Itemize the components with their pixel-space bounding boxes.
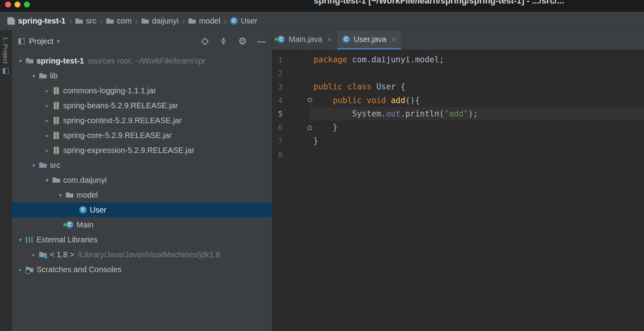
- breadcrumb-item-spring-test-1[interactable]: spring-test-1: [5, 16, 67, 25]
- tree-chevron-closed-icon[interactable]: ▸: [28, 252, 39, 258]
- project-panel-title[interactable]: Project: [29, 37, 53, 46]
- tree-chevron-closed-icon[interactable]: ▸: [42, 133, 53, 138]
- tree-item-label: spring-test-1: [36, 56, 84, 65]
- line-number[interactable]: 3: [272, 80, 310, 94]
- tree-item-1-8[interactable]: ▸< 1.8 >/Library/Java/JavaVirtualMachine…: [12, 247, 272, 262]
- code-token: public void: [333, 96, 391, 105]
- tree-chevron-open-icon[interactable]: ▾: [55, 192, 66, 198]
- hide-panel-icon[interactable]: —: [257, 36, 266, 46]
- tree-item-spring-context-5-2-9-release-jar[interactable]: ▸spring-context-5.2.9.RELEASE.jar: [12, 113, 272, 128]
- project-tool-window-button[interactable]: 1: Project: [2, 37, 9, 64]
- code-token: }: [313, 123, 338, 132]
- breadcrumb-item-src[interactable]: src: [73, 16, 98, 25]
- line-number[interactable]: 4: [272, 94, 310, 107]
- code-token: add: [391, 96, 405, 105]
- tree-item-commons-logging-1-1-1-jar[interactable]: ▸commons-logging-1.1.1.jar: [12, 83, 272, 98]
- tree-item-spring-core-5-2-9-release-jar[interactable]: ▸spring-core-5.2.9.RELEASE.jar: [12, 128, 272, 143]
- code-line[interactable]: [310, 67, 644, 80]
- code-token: );: [468, 109, 478, 118]
- project-tree: ▾spring-test-1sources root, ~/WorkFile/l…: [12, 52, 272, 331]
- tree-chevron-open-icon[interactable]: ▾: [42, 177, 53, 183]
- macos-window-controls: [5, 2, 30, 7]
- line-number[interactable]: 7: [272, 134, 310, 148]
- class-letter: C: [230, 17, 238, 25]
- tab-label: User.java: [354, 35, 386, 44]
- tree-item-spring-expression-5-2-9-release-jar[interactable]: ▸spring-expression-5.2.9.RELEASE.jar: [12, 143, 272, 158]
- tool-window-icon: [3, 68, 9, 74]
- project-panel-header: Project ▾ ⚙ —: [12, 31, 272, 52]
- tree-item-scratches-and-consoles[interactable]: ▸Scratches and Consoles: [12, 262, 272, 277]
- folder-project-icon: [26, 57, 33, 65]
- tree-item-spring-test-1[interactable]: ▾spring-test-1sources root, ~/WorkFile/l…: [12, 53, 272, 68]
- class-icon: C: [230, 17, 238, 25]
- code-line[interactable]: [310, 148, 644, 162]
- breadcrumb-separator-icon: ›: [181, 16, 186, 26]
- tree-item-external-libraries[interactable]: ▾External Libraries: [12, 232, 272, 247]
- breadcrumb-label: User: [241, 16, 257, 25]
- breadcrumb-item-user[interactable]: CUser: [228, 16, 259, 25]
- chevron-down-icon[interactable]: ▾: [57, 38, 60, 44]
- tree-chevron-closed-icon[interactable]: ▸: [15, 267, 26, 273]
- close-icon[interactable]: ×: [391, 35, 396, 44]
- folder-icon: [188, 17, 196, 25]
- line-number-text: 8: [278, 150, 282, 159]
- tree-chevron-closed-icon[interactable]: ▸: [42, 103, 53, 109]
- project-view-icon: [18, 38, 25, 44]
- tree-chevron-open-icon[interactable]: ▾: [28, 162, 39, 168]
- tree-chevron-closed-icon[interactable]: ▸: [42, 88, 53, 94]
- ide-window: spring-test-1 [~/WorkFile/learn/spring/s…: [0, 0, 644, 331]
- tree-item-com-daijunyi[interactable]: ▾com.daijunyi: [12, 173, 272, 187]
- code-line[interactable]: System.out.println("add");: [310, 107, 644, 121]
- breadcrumb-item-com[interactable]: com: [104, 16, 134, 25]
- libraries-icon: [26, 236, 33, 244]
- gear-icon[interactable]: ⚙: [238, 36, 247, 46]
- tree-item-model[interactable]: ▾model: [12, 187, 272, 202]
- code-line[interactable]: }: [310, 121, 644, 135]
- breadcrumb-label: model: [199, 16, 220, 25]
- tab-main-java[interactable]: CMain.java×: [272, 31, 337, 49]
- locate-icon[interactable]: [201, 37, 209, 45]
- fold-marker-down-icon[interactable]: [307, 98, 313, 103]
- breadcrumb: spring-test-1›src›com›daijunyi›model›CUs…: [0, 12, 644, 31]
- line-number[interactable]: 5: [272, 107, 310, 121]
- code-line[interactable]: package com.daijunyi.model;: [310, 53, 644, 67]
- code-token: [313, 96, 333, 105]
- tree-chevron-open-icon[interactable]: ▾: [28, 73, 39, 79]
- code-token: }: [313, 136, 318, 145]
- line-number[interactable]: 8: [272, 148, 310, 162]
- code-line[interactable]: public class User {: [310, 80, 644, 94]
- line-number[interactable]: 6: [272, 121, 310, 135]
- tree-chevron-closed-icon[interactable]: ▸: [42, 118, 53, 124]
- minimize-window-button[interactable]: [15, 2, 20, 7]
- line-number[interactable]: 2: [272, 67, 310, 80]
- fold-marker-up-icon[interactable]: [307, 125, 313, 130]
- title-bar: spring-test-1 [~/WorkFile/learn/spring/s…: [0, 0, 644, 12]
- tree-item-label: model: [76, 191, 98, 200]
- tree-item-spring-beans-5-2-9-release-jar[interactable]: ▸spring-beans-5.2.9.RELEASE.jar: [12, 98, 272, 113]
- tree-item-user[interactable]: CUser: [12, 202, 272, 217]
- class-letter: C: [79, 206, 87, 214]
- tree-item-main[interactable]: CMain: [12, 217, 272, 232]
- code-line[interactable]: public void add(){: [310, 94, 644, 107]
- class-letter: C: [66, 221, 73, 229]
- tree-item-src[interactable]: ▾src: [12, 158, 272, 173]
- close-icon[interactable]: ×: [327, 35, 332, 44]
- code-line[interactable]: }: [310, 134, 644, 148]
- tab-user-java[interactable]: CUser.java×: [337, 31, 401, 49]
- line-number[interactable]: 1: [272, 53, 310, 67]
- tree-item-lib[interactable]: ▾lib: [12, 68, 272, 83]
- line-number-text: 6: [278, 123, 282, 132]
- breadcrumb-item-daijunyi[interactable]: daijunyi: [140, 16, 181, 25]
- tree-chevron-open-icon[interactable]: ▾: [15, 237, 26, 243]
- tree-item-label: < 1.8 >: [50, 250, 74, 259]
- jar-icon: [53, 132, 60, 139]
- zoom-window-button[interactable]: [24, 2, 30, 7]
- code-token: public class: [313, 82, 376, 91]
- breadcrumb-separator-icon: ›: [99, 16, 104, 26]
- tree-chevron-closed-icon[interactable]: ▸: [42, 147, 53, 153]
- code-area[interactable]: package com.daijunyi.model; public class…: [310, 50, 644, 331]
- close-window-button[interactable]: [5, 2, 11, 7]
- collapse-all-icon[interactable]: [220, 37, 227, 45]
- tree-chevron-open-icon[interactable]: ▾: [15, 58, 26, 64]
- breadcrumb-item-model[interactable]: model: [186, 16, 222, 25]
